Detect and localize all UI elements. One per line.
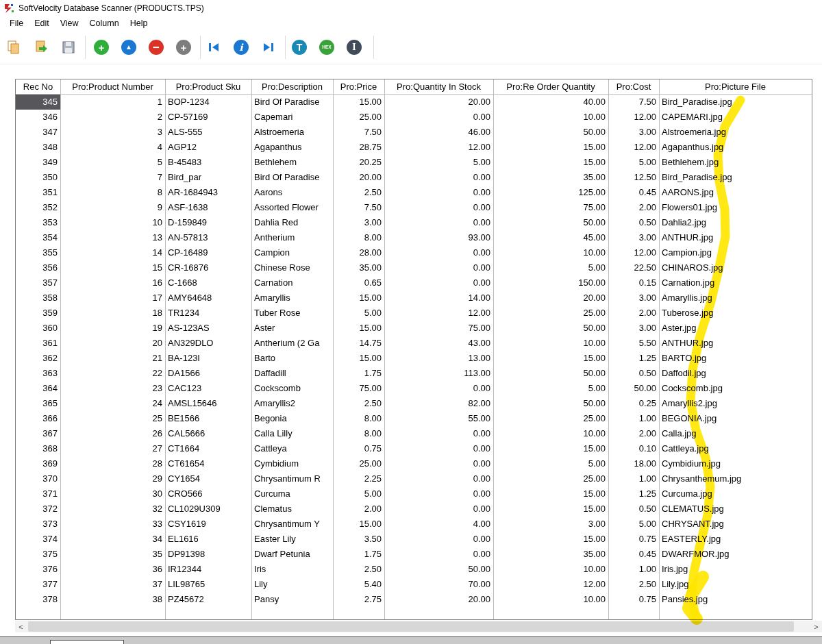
- cell[interactable]: 370: [16, 471, 60, 486]
- cell[interactable]: Daffodil.jpg: [659, 366, 812, 381]
- table-row[interactable]: 35413AN-57813Antherium8.0093.0045.003.00…: [16, 230, 812, 245]
- cell[interactable]: 376: [16, 562, 60, 577]
- cell[interactable]: 20.25: [333, 155, 384, 170]
- cell[interactable]: AS-123AS: [165, 321, 251, 336]
- cell[interactable]: 13.00: [384, 351, 493, 366]
- cell[interactable]: 369: [16, 456, 60, 471]
- cell[interactable]: AN-57813: [165, 230, 251, 245]
- cell[interactable]: 351: [16, 185, 60, 200]
- cell[interactable]: AR-1684943: [165, 185, 251, 200]
- cell[interactable]: Barto: [251, 351, 333, 366]
- cell[interactable]: 2.50: [608, 577, 659, 592]
- menu-view[interactable]: View: [55, 17, 84, 29]
- cell[interactable]: 8.00: [333, 230, 384, 245]
- cell[interactable]: 10: [60, 215, 165, 230]
- cell[interactable]: Lily: [251, 577, 333, 592]
- cell[interactable]: 35.00: [333, 260, 384, 275]
- table-row[interactable]: 35310D-159849Dahlia Red3.000.0050.000.50…: [16, 215, 812, 230]
- cell[interactable]: 50.00: [608, 381, 659, 396]
- cell[interactable]: EASTERLY.jpg: [659, 532, 812, 547]
- cell[interactable]: 25.00: [493, 306, 608, 321]
- cell[interactable]: 12.00: [384, 306, 493, 321]
- cell[interactable]: 8.00: [333, 426, 384, 441]
- cell[interactable]: 15.00: [493, 155, 608, 170]
- table-row[interactable]: 3518AR-1684943Aarons2.500.00125.000.45AA…: [16, 185, 812, 200]
- cell[interactable]: ANTHUR.jpg: [659, 230, 812, 245]
- cell[interactable]: 20: [60, 336, 165, 351]
- cell[interactable]: DWARFMOR.jpg: [659, 547, 812, 562]
- table-row[interactable]: 37636IR12344Iris2.5050.0010.001.00Iris.j…: [16, 562, 812, 577]
- cell[interactable]: 363: [16, 366, 60, 381]
- cell[interactable]: 362: [16, 351, 60, 366]
- scroll-left-button[interactable]: <: [15, 621, 27, 632]
- cell[interactable]: Daffadill: [251, 366, 333, 381]
- cell[interactable]: Campion: [251, 245, 333, 260]
- cell[interactable]: Chrysantimum Y: [251, 517, 333, 532]
- cell[interactable]: 0.65: [333, 275, 384, 290]
- cell[interactable]: 93.00: [384, 230, 493, 245]
- copy-button[interactable]: [5, 39, 22, 55]
- cell[interactable]: 5.40: [333, 577, 384, 592]
- table-row[interactable]: 3462CP-57169Capemari25.000.0010.0012.00C…: [16, 110, 812, 125]
- cell[interactable]: DA1566: [165, 366, 251, 381]
- cell[interactable]: 26: [60, 426, 165, 441]
- cell[interactable]: CP-57169: [165, 110, 251, 125]
- cell[interactable]: 25.00: [333, 456, 384, 471]
- scroll-thumb[interactable]: [28, 621, 794, 632]
- cell[interactable]: 25.00: [333, 110, 384, 125]
- cell[interactable]: 3: [60, 125, 165, 140]
- cell[interactable]: 371: [16, 486, 60, 501]
- cell[interactable]: 15.00: [333, 290, 384, 306]
- cell[interactable]: 75.00: [333, 381, 384, 396]
- cell[interactable]: 0.75: [608, 532, 659, 547]
- cell[interactable]: 2.75: [333, 592, 384, 607]
- cell[interactable]: 0.00: [384, 275, 493, 290]
- cell[interactable]: Assorted Flower: [251, 200, 333, 215]
- cell[interactable]: 5.00: [608, 155, 659, 170]
- cell[interactable]: 1.00: [608, 562, 659, 577]
- cell[interactable]: 0.50: [608, 215, 659, 230]
- cell[interactable]: 368: [16, 441, 60, 456]
- table-row[interactable]: 36625BE1566Begonia8.0055.0025.001.00BEGO…: [16, 411, 812, 426]
- cell[interactable]: 12.00: [608, 110, 659, 125]
- cell[interactable]: Bird_Paradise.jpg: [659, 170, 812, 185]
- cell[interactable]: 0.00: [384, 486, 493, 501]
- cell[interactable]: 37: [60, 577, 165, 592]
- table-row[interactable]: 37535DP91398Dwarf Petunia1.750.0035.000.…: [16, 547, 812, 562]
- save-button[interactable]: [60, 39, 77, 55]
- cell[interactable]: 10.00: [493, 592, 608, 607]
- cell[interactable]: Bird Of Paradise: [251, 170, 333, 185]
- horizontal-scrollbar[interactable]: < >: [15, 621, 822, 632]
- cell[interactable]: 2.25: [333, 471, 384, 486]
- cell[interactable]: TR1234: [165, 306, 251, 321]
- cell[interactable]: 359: [16, 306, 60, 321]
- cell[interactable]: 2.00: [608, 306, 659, 321]
- cell[interactable]: 14.75: [333, 336, 384, 351]
- cell[interactable]: Aster.jpg: [659, 321, 812, 336]
- cell[interactable]: 0.00: [384, 501, 493, 517]
- cell[interactable]: 10.00: [493, 245, 608, 260]
- cell[interactable]: 0.00: [384, 471, 493, 486]
- cell[interactable]: 23: [60, 381, 165, 396]
- cell[interactable]: 12.00: [384, 140, 493, 155]
- cell[interactable]: Aarons: [251, 185, 333, 200]
- cell[interactable]: 55.00: [384, 411, 493, 426]
- cell[interactable]: Chinese Rose: [251, 260, 333, 275]
- append-record-button[interactable]: +: [175, 39, 192, 55]
- cell[interactable]: 1.75: [333, 547, 384, 562]
- cell[interactable]: 34: [60, 532, 165, 547]
- cell[interactable]: 15.00: [493, 486, 608, 501]
- cell[interactable]: 50.00: [384, 562, 493, 577]
- cell[interactable]: 354: [16, 230, 60, 245]
- cell[interactable]: 2.50: [333, 396, 384, 411]
- cell[interactable]: 50.00: [493, 366, 608, 381]
- cell[interactable]: Dahlia Red: [251, 215, 333, 230]
- cell[interactable]: CAC123: [165, 381, 251, 396]
- cell[interactable]: 345: [16, 95, 60, 110]
- table-row[interactable]: 36928CT61654Cymbidium25.000.005.0018.00C…: [16, 456, 812, 471]
- table-row[interactable]: 3507Bird_parBird Of Paradise20.000.0035.…: [16, 170, 812, 185]
- cell[interactable]: Cockscomb.jpg: [659, 381, 812, 396]
- cell[interactable]: 0.15: [608, 275, 659, 290]
- cell[interactable]: 357: [16, 275, 60, 290]
- cell[interactable]: Calla Lilly: [251, 426, 333, 441]
